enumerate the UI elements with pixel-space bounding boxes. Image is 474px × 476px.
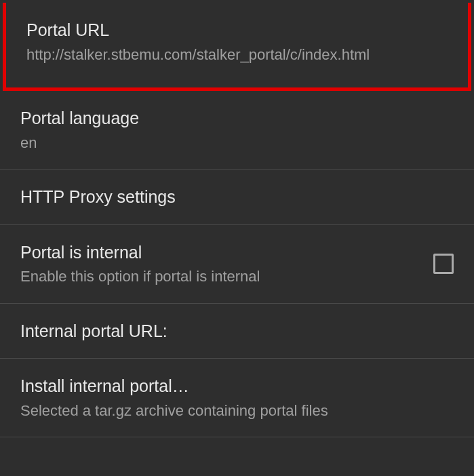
setting-row-portal-url[interactable]: Portal URL http://stalker.stbemu.com/sta…: [3, 3, 471, 91]
setting-title: Install internal portal…: [20, 375, 454, 397]
setting-row-internal-portal-url[interactable]: Internal portal URL:: [0, 304, 474, 359]
setting-subtitle: en: [20, 134, 454, 153]
setting-subtitle: http://stalker.stbemu.com/stalker_portal…: [26, 45, 448, 65]
setting-row-portal-internal[interactable]: Portal is internal Enable this option if…: [0, 225, 474, 304]
setting-title: Portal language: [20, 107, 454, 130]
setting-subtitle: Selected a tar.gz archive containing por…: [20, 401, 454, 421]
setting-content: Portal URL http://stalker.stbemu.com/sta…: [26, 19, 448, 64]
setting-content: Portal language en: [20, 107, 454, 153]
settings-list: Portal URL http://stalker.stbemu.com/sta…: [0, 3, 474, 437]
setting-content: Install internal portal… Selected a tar.…: [20, 375, 454, 420]
setting-subtitle: Enable this option if portal is internal: [20, 267, 420, 287]
setting-title: Portal is internal: [20, 241, 420, 264]
setting-title: Internal portal URL:: [20, 320, 454, 342]
checkbox-portal-internal[interactable]: [433, 254, 454, 274]
setting-row-portal-language[interactable]: Portal language en: [0, 91, 474, 170]
setting-row-http-proxy[interactable]: HTTP Proxy settings: [0, 170, 474, 225]
setting-row-install-internal-portal[interactable]: Install internal portal… Selected a tar.…: [0, 359, 474, 437]
setting-content: Portal is internal Enable this option if…: [20, 241, 420, 287]
setting-title: HTTP Proxy settings: [20, 186, 454, 208]
setting-content: HTTP Proxy settings: [20, 186, 454, 208]
setting-content: Internal portal URL:: [20, 320, 454, 342]
setting-title: Portal URL: [26, 19, 448, 41]
